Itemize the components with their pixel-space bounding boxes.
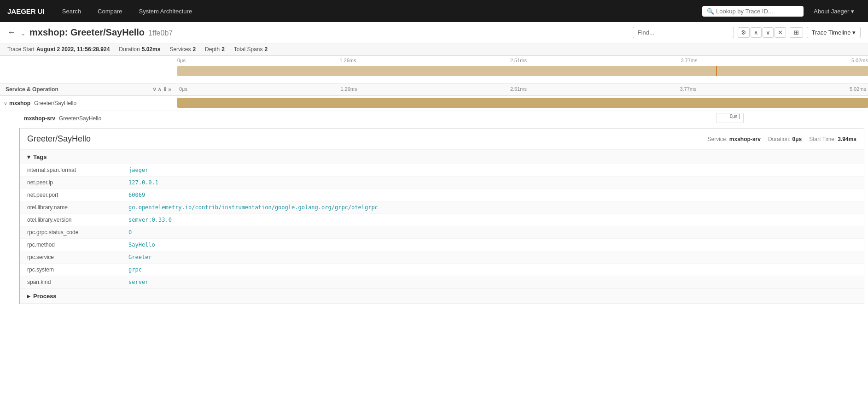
tag-key: net.peer.port [27,192,128,198]
detail-duration: Duration: 0μs [768,136,802,142]
duration-value: 5.02ms [142,46,161,53]
trace-service: mxshop: Greeter/SayHello [29,27,145,38]
trace-id-input[interactable] [716,8,799,15]
tag-key: internal.span.format [27,167,128,173]
services-value: 2 [192,46,196,53]
detail-start-value: 3.94ms [838,136,856,142]
sort-down-icon[interactable]: ∨ [152,86,157,93]
tag-row: net.peer.ip 127.0.0.1 [20,177,864,189]
span-left-child: mxshop-srv Greeter/SayHello [0,111,177,126]
tag-key: rpc.method [27,242,128,248]
header-tick-3: 3.77ms [678,86,698,93]
span-operation-root: Greeter/SayHello [34,100,76,106]
span-left-root: ∨ mxshop Greeter/SayHello [0,96,177,111]
tags-rows: internal.span.format jaeger net.peer.ip … [20,164,864,289]
minimap-span-bar [177,66,868,76]
find-input[interactable] [633,27,734,38]
tags-section-header[interactable]: ▾ Tags [20,150,864,164]
tag-value: 127.0.0.1 [128,179,158,186]
span-chevron-root[interactable]: ∨ [4,100,7,106]
process-section-header[interactable]: ▸ Process [20,289,864,303]
tags-label: Tags [33,153,47,160]
ruler-right-area: 0μs 1.26ms 2.51ms 3.77ms 5.02ms [177,56,868,83]
trace-header: ← ⌄ mxshop: Greeter/SayHello 1ffe0b7 ⚙ ∧… [0,22,868,43]
spans-label: Total Spans [234,46,263,53]
tag-key: net.peer.ip [27,179,128,186]
span-service-root: mxshop [9,100,30,106]
process-chevron-icon: ▸ [27,293,30,300]
tag-value: grpc [128,266,142,273]
find-close-btn[interactable]: ✕ [775,27,786,38]
tag-value: SayHello [128,242,155,248]
brand-logo: JAEGER UI [7,7,45,15]
vertical-connector-line [19,128,20,304]
tick-0: 0μs [177,58,186,63]
find-settings-btn[interactable]: ⚙ [738,27,750,38]
detail-meta: Service: mxshop-srv Duration: 0μs Start … [707,136,856,142]
sort-expand-icon[interactable]: ⇓ [163,86,167,93]
back-button[interactable]: ← [7,28,16,37]
sort-up-icon[interactable]: ∧ [157,86,162,93]
tag-row: span.kind server [20,276,864,289]
tick-1: 1.26ms [339,58,356,63]
sort-icons: ∨ ∧ ⇓ » [152,86,171,93]
detail-service-label: Service: [707,136,727,142]
detail-panel-header: Greeter/SayHello Service: mxshop-srv Dur… [20,129,864,150]
tag-row: rpc.system grpc [20,264,864,276]
tag-row: internal.span.format jaeger [20,164,864,177]
nav-architecture[interactable]: System Architecture [133,0,199,22]
tag-value: 60069 [128,192,145,198]
span-bar-label-child: 0μs | [730,114,740,119]
view-mode-dropdown[interactable]: Trace Timeline ▾ [807,27,861,38]
find-next-btn[interactable]: ∨ [763,27,774,38]
span-bar-child[interactable]: 0μs | [177,111,868,126]
span-operation-child: Greeter/SayHello [59,115,101,122]
trace-lookup-input[interactable]: 🔍 [702,6,804,17]
nav-search[interactable]: Search [56,0,87,22]
tags-section: ▾ Tags internal.span.format jaeger net.p… [20,150,864,289]
main-content: ← ⌄ mxshop: Greeter/SayHello 1ffe0b7 ⚙ ∧… [0,22,868,407]
about-menu[interactable]: About Jaeger ▾ [807,8,861,15]
tag-row: net.peer.port 60069 [20,189,864,201]
tag-row: rpc.service Greeter [20,251,864,264]
tag-key: otel.library.name [27,204,128,211]
sort-collapse-icon[interactable]: » [168,86,171,93]
spans-header-row: Service & Operation ∨ ∧ ⇓ » 0μs 1.26ms 2… [0,83,868,96]
graph-view-btn[interactable]: ⊞ [790,27,803,38]
process-label: Process [33,293,57,300]
header-tick-1: 1.26ms [338,86,359,93]
duration-label: Duration [119,46,140,53]
process-section: ▸ Process [20,289,864,304]
timeline-minimap: 0μs 1.26ms 2.51ms 3.77ms 5.02ms [0,56,868,83]
start-label: Trace Start [7,46,35,53]
collapse-icon[interactable]: ⌄ [20,29,26,37]
tag-key: span.kind [27,279,128,285]
find-controls: ⚙ ∧ ∨ ✕ [738,27,786,38]
tags-chevron-icon: ▾ [27,153,30,160]
span-bar-fill-root [177,98,868,108]
span-row-root: ∨ mxshop Greeter/SayHello [0,96,868,111]
spans-value: 2 [265,46,268,53]
tag-value: jaeger [128,167,148,173]
tag-row: otel.library.name go.opentelemetry.io/co… [20,201,864,214]
trace-controls: ⚙ ∧ ∨ ✕ ⊞ Trace Timeline ▾ [633,27,861,38]
tag-key: rpc.service [27,254,128,260]
tag-key: rpc.grpc.status_code [27,229,128,236]
trace-duration: Duration 5.02ms [119,46,160,53]
find-prev-btn[interactable]: ∧ [751,27,762,38]
nav-compare[interactable]: Compare [91,0,128,22]
span-bar-root[interactable] [177,96,868,111]
search-icon: 🔍 [707,8,714,15]
services-label: Services [169,46,191,53]
span-service-child: mxshop-srv [24,115,55,122]
span-row-child: mxshop-srv Greeter/SayHello 0μs | [0,111,868,126]
trace-start: Trace Start August 2 2022, 11:56:28.924 [7,46,110,53]
tag-key: rpc.system [27,266,128,273]
detail-panel-wrapper: Greeter/SayHello Service: mxshop-srv Dur… [0,128,868,304]
trace-services: Services 2 [169,46,196,53]
detail-start-label: Start Time: [809,136,836,142]
ruler-left-spacer [0,56,177,83]
service-op-label: Service & Operation [6,86,58,93]
service-operation-header: Service & Operation ∨ ∧ ⇓ » [0,83,177,95]
tick-3: 3.77ms [681,58,697,63]
